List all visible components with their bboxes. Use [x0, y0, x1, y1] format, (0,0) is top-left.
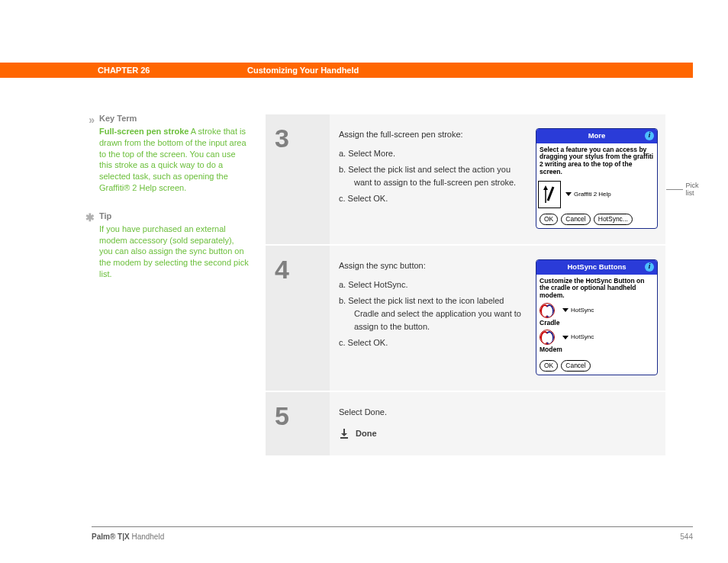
step-5-number: 5	[275, 403, 330, 429]
footer-product-bold: Palm® T|X	[92, 532, 130, 541]
chapter-number: CHAPTER 26	[98, 66, 150, 75]
step-4-body: Assign the sync button: a. Select HotSyn…	[330, 246, 665, 391]
step-4-c: c. Select OK.	[339, 336, 528, 349]
picklist-callout: Pick list	[666, 182, 704, 197]
step-3-body: Assign the full-screen pen stroke: a. Se…	[330, 114, 665, 244]
hotsync-ok-button[interactable]: OK	[540, 360, 558, 372]
hotsync-dialog-screenshot: HotSync Buttons i Customize the HotSync …	[536, 259, 658, 376]
tip-block: ✱ Tip If you have purchased an external …	[81, 211, 249, 280]
more-dialog-screenshot: More i Select a feature you can access b…	[536, 128, 658, 229]
keyterm-body: A stroke that is drawn from the bottom o…	[99, 127, 246, 192]
step-4-b: b. Select the pick list next to the icon…	[339, 294, 528, 333]
done-label: Done	[356, 427, 377, 440]
step-3-c: c. Select OK.	[339, 192, 528, 205]
step-4: 4 Assign the sync button: a. Select HotS…	[266, 244, 665, 391]
svg-marker-1	[543, 185, 548, 190]
more-illustration: Graffiti 2 Help	[538, 181, 657, 208]
modem-picklist-value: HotSync	[571, 333, 594, 342]
tip-label: Tip	[99, 211, 249, 222]
more-title: More	[588, 130, 606, 142]
picklist-triangle-icon	[562, 308, 569, 312]
hotsync-body-text: Customize the HotSync Button on the crad…	[536, 275, 657, 300]
step-3-text: Assign the full-screen pen stroke: a. Se…	[339, 128, 528, 229]
hotsync-cancel-button[interactable]: Cancel	[561, 360, 590, 372]
hotsync-button-row: OK Cancel	[536, 358, 657, 375]
sidebar: » Key Term Full-screen pen stroke A stro…	[81, 113, 249, 297]
step-5: 5 Select Done. Done	[266, 391, 665, 455]
step-4-number: 4	[275, 256, 330, 282]
cradle-picklist-value: HotSync	[571, 306, 594, 315]
step-3-a: a. Select More.	[339, 147, 528, 160]
chapter-title: Customizing Your Handheld	[247, 66, 359, 75]
cradle-picklist[interactable]: HotSync	[562, 306, 594, 315]
keyterm-lead: Full-screen pen stroke	[99, 127, 188, 136]
step-4-number-cell: 4	[266, 246, 330, 391]
hotsync-title: HotSync Buttons	[567, 262, 626, 273]
modem-label: Modem	[540, 345, 657, 355]
footer-product: Palm® T|X Handheld	[92, 532, 164, 541]
step-4-a: a. Select HotSync.	[339, 278, 528, 291]
callout-label: Pick list	[686, 182, 704, 197]
chapter-header-bar: CHAPTER 26 Customizing Your Handheld	[0, 63, 693, 78]
cradle-label: Cradle	[540, 318, 657, 328]
step-3-number-cell: 3	[266, 114, 330, 244]
done-arrow-icon	[339, 428, 350, 439]
step-5-text: Select Done. Done	[339, 406, 658, 439]
more-ok-button[interactable]: OK	[540, 214, 558, 225]
more-body-text: Select a feature you can access by dragg…	[536, 143, 657, 176]
info-icon[interactable]: i	[645, 131, 654, 140]
step-4-intro: Assign the sync button:	[339, 259, 528, 272]
more-picklist-value: Graffiti 2 Help	[574, 190, 611, 199]
callout-line	[666, 189, 683, 190]
tip-body: If you have purchased an external modem …	[99, 224, 249, 278]
keyterm-block: » Key Term Full-screen pen stroke A stro…	[81, 113, 249, 194]
more-hotsync-button[interactable]: HotSync...	[594, 214, 633, 225]
more-cancel-button[interactable]: Cancel	[561, 214, 590, 225]
step-3-b: b. Select the pick list and select the a…	[339, 163, 528, 189]
steps-content: 3 Assign the full-screen pen stroke: a. …	[266, 113, 665, 455]
step-5-intro: Select Done.	[339, 406, 658, 419]
info-icon[interactable]: i	[645, 262, 654, 272]
footer-rule	[92, 526, 693, 527]
cradle-row: HotSync	[540, 303, 657, 318]
picklist-triangle-icon	[565, 192, 572, 196]
tip-icon: ✱	[81, 211, 95, 225]
picklist-triangle-icon	[562, 336, 569, 339]
footer-product-rest: Handheld	[130, 532, 165, 541]
step-3-intro: Assign the full-screen pen stroke:	[339, 128, 528, 141]
more-button-row: OK Cancel HotSync...	[536, 211, 657, 228]
step-5-number-cell: 5	[266, 392, 330, 455]
more-titlebar: More i	[536, 129, 657, 143]
hotsync-titlebar: HotSync Buttons i	[536, 260, 657, 275]
stylus-icon	[538, 181, 561, 208]
step-3-number: 3	[275, 125, 330, 151]
step-4-text: Assign the sync button: a. Select HotSyn…	[339, 259, 528, 376]
done-row: Done	[339, 427, 658, 440]
svg-marker-4	[341, 433, 347, 436]
step-5-body: Select Done. Done	[330, 392, 665, 455]
more-picklist[interactable]: Graffiti 2 Help	[565, 190, 611, 199]
keyterm-label: Key Term	[99, 113, 249, 124]
modem-row: HotSync	[540, 330, 657, 345]
footer-page-number: 544	[680, 532, 693, 541]
modem-picklist[interactable]: HotSync	[562, 333, 594, 342]
svg-line-2	[548, 187, 553, 201]
hotsync-icon	[540, 303, 555, 318]
keyterm-icon: »	[81, 113, 95, 127]
step-3: 3 Assign the full-screen pen stroke: a. …	[266, 113, 665, 244]
hotsync-icon	[540, 330, 555, 345]
